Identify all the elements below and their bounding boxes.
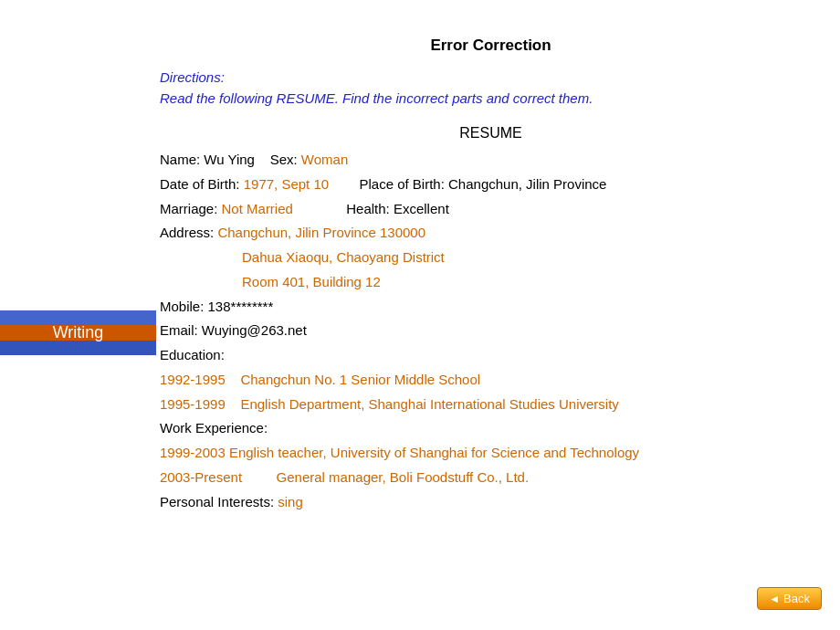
pob-label: Place of Birth: Changchun, Jilin Provinc… — [359, 176, 606, 192]
address-value3: Room 401, Building 12 — [242, 274, 381, 289]
back-label: Back — [783, 592, 810, 605]
resume-name-line: Name: Wu Ying Sex: Woman — [160, 149, 822, 172]
work-year1: 1999-2003 — [160, 445, 229, 460]
address-value1: Changchun, Jilin Province 130000 — [217, 225, 425, 240]
resume-work-line2: 2003-Present General manager, Boli Foods… — [160, 467, 822, 489]
marriage-label: Marriage: — [160, 201, 217, 216]
resume-education-line1: 1992-1995 Changchun No. 1 Senior Middle … — [160, 369, 822, 392]
back-button[interactable]: ◄ Back — [757, 587, 822, 610]
work-text2: General manager, Boli Foodstuff Co., Ltd… — [277, 469, 530, 485]
work-year2: 2003-Present — [160, 469, 272, 485]
sex-label: Sex: — [270, 152, 298, 167]
education-year2: 1995-1999 — [160, 396, 236, 412]
directions: Directions: Read the following RESUME. F… — [160, 68, 822, 109]
sidebar-label: Writing — [0, 310, 156, 355]
resume-email-line: Email: Wuying@263.net — [160, 320, 822, 342]
education-year1: 1992-1995 — [160, 372, 236, 387]
resume-address-line3: Room 401, Building 12 — [242, 271, 822, 294]
resume-label: RESUME — [160, 125, 822, 142]
personal-value: sing — [278, 494, 303, 509]
address-value2: Dahua Xiaoqu, Chaoyang District — [242, 249, 445, 265]
health-label: Health: Excellent — [346, 201, 449, 216]
education-label: Education: — [160, 347, 225, 362]
main-content: Error Correction Directions: Read the fo… — [160, 37, 840, 513]
resume-address-line2: Dahua Xiaoqu, Chaoyang District — [242, 247, 822, 269]
address-label: Address: — [160, 225, 214, 240]
page-container: Writing Error Correction Directions: Rea… — [0, 0, 840, 630]
sidebar-text: Writing — [53, 323, 104, 342]
page-title: Error Correction — [160, 37, 822, 55]
resume-dob-line: Date of Birth: 1977, Sept 10 Place of Bi… — [160, 173, 822, 196]
dob-value: 1977, Sept 10 — [244, 176, 329, 192]
work-text1: English teacher, University of Shanghai … — [229, 445, 639, 460]
resume-work-header: Work Experience: — [160, 417, 822, 440]
resume-work-line1: 1999-2003 English teacher, University of… — [160, 442, 822, 465]
education-text2: English Department, Shanghai Internation… — [240, 396, 618, 412]
resume-education-header: Education: — [160, 344, 822, 367]
name-label: Name: Wu Ying — [160, 152, 255, 167]
resume-marriage-line: Marriage: Not Married Health: Excellent — [160, 198, 822, 221]
resume-body: Name: Wu Ying Sex: Woman Date of Birth: … — [160, 149, 822, 513]
email-label: Email: Wuying@263.net — [160, 322, 307, 338]
work-label: Work Experience: — [160, 420, 268, 436]
sex-value: Woman — [301, 152, 348, 167]
education-text1: Changchun No. 1 Senior Middle School — [240, 372, 480, 387]
directions-line2: Read the following RESUME. Find the inco… — [160, 90, 593, 106]
directions-line1: Directions: — [160, 69, 225, 85]
personal-label: Personal Interests: — [160, 494, 274, 509]
resume-address-line: Address: Changchun, Jilin Province 13000… — [160, 222, 822, 245]
marriage-value: Not Married — [222, 201, 293, 216]
mobile-label: Mobile: 138******** — [160, 299, 273, 314]
resume-education-line2: 1995-1999 English Department, Shanghai I… — [160, 394, 822, 416]
dob-label: Date of Birth: — [160, 176, 240, 192]
back-arrow-icon: ◄ — [769, 593, 780, 605]
resume-personal-line: Personal Interests: sing — [160, 491, 822, 514]
resume-mobile-line: Mobile: 138******** — [160, 296, 822, 319]
